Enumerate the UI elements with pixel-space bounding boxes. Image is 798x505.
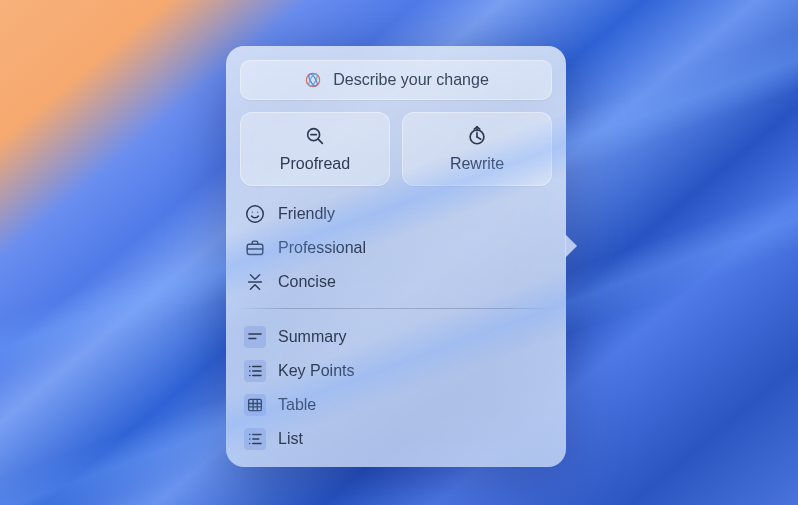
proofread-label: Proofread [280, 155, 350, 173]
output-label: Key Points [278, 362, 354, 380]
divider [238, 308, 554, 309]
tone-concise[interactable]: Concise [240, 266, 552, 298]
output-label: Table [278, 396, 316, 414]
table-icon [244, 394, 266, 416]
writing-tools-panel: Describe your change Proofread [226, 46, 566, 467]
output-list[interactable]: List [240, 423, 552, 455]
describe-change-label: Describe your change [333, 71, 489, 89]
proofread-button[interactable]: Proofread [240, 112, 390, 186]
svg-point-11 [257, 212, 258, 213]
rewrite-button[interactable]: Rewrite [402, 112, 552, 186]
tone-label: Friendly [278, 205, 335, 223]
svg-point-18 [249, 370, 251, 372]
rewrite-label: Rewrite [450, 155, 504, 173]
callout-pointer [565, 234, 577, 258]
svg-point-19 [249, 375, 251, 377]
smile-icon [244, 203, 266, 225]
tone-label: Professional [278, 239, 366, 257]
list-icon [244, 428, 266, 450]
tone-friendly[interactable]: Friendly [240, 198, 552, 230]
apple-intelligence-icon [303, 70, 323, 90]
svg-point-30 [249, 443, 251, 445]
output-summary[interactable]: Summary [240, 321, 552, 353]
svg-line-8 [477, 137, 481, 139]
proofread-icon [304, 125, 326, 147]
svg-point-10 [252, 212, 253, 213]
tone-label: Concise [278, 273, 336, 291]
key-points-icon [244, 360, 266, 382]
collapse-icon [244, 271, 266, 293]
output-options: Summary Key Points [240, 321, 552, 455]
output-key-points[interactable]: Key Points [240, 355, 552, 387]
output-label: Summary [278, 328, 346, 346]
svg-point-9 [247, 206, 264, 223]
tone-options: Friendly Professional [240, 198, 552, 298]
briefcase-icon [244, 237, 266, 259]
svg-line-4 [318, 139, 322, 143]
output-label: List [278, 430, 303, 448]
describe-change-button[interactable]: Describe your change [240, 60, 552, 100]
tone-professional[interactable]: Professional [240, 232, 552, 264]
svg-point-29 [249, 438, 251, 440]
rewrite-icon [466, 125, 488, 147]
output-table[interactable]: Table [240, 389, 552, 421]
summary-icon [244, 326, 266, 348]
svg-point-17 [249, 366, 251, 368]
svg-rect-23 [249, 399, 262, 410]
svg-point-28 [249, 434, 251, 436]
